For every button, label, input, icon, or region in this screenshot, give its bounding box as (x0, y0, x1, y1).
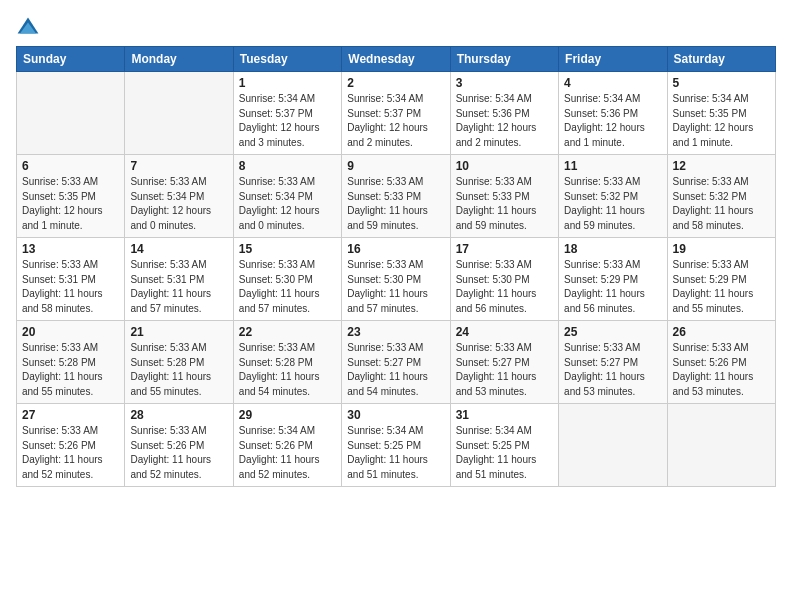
calendar-cell: 14Sunrise: 5:33 AM Sunset: 5:31 PM Dayli… (125, 238, 233, 321)
day-number: 1 (239, 76, 336, 90)
calendar-cell: 15Sunrise: 5:33 AM Sunset: 5:30 PM Dayli… (233, 238, 341, 321)
calendar-cell: 8Sunrise: 5:33 AM Sunset: 5:34 PM Daylig… (233, 155, 341, 238)
day-info: Sunrise: 5:33 AM Sunset: 5:27 PM Dayligh… (564, 341, 661, 399)
calendar-week-row: 27Sunrise: 5:33 AM Sunset: 5:26 PM Dayli… (17, 404, 776, 487)
calendar-cell: 27Sunrise: 5:33 AM Sunset: 5:26 PM Dayli… (17, 404, 125, 487)
day-info: Sunrise: 5:34 AM Sunset: 5:26 PM Dayligh… (239, 424, 336, 482)
calendar-cell: 21Sunrise: 5:33 AM Sunset: 5:28 PM Dayli… (125, 321, 233, 404)
calendar-cell: 9Sunrise: 5:33 AM Sunset: 5:33 PM Daylig… (342, 155, 450, 238)
day-info: Sunrise: 5:33 AM Sunset: 5:27 PM Dayligh… (456, 341, 553, 399)
day-info: Sunrise: 5:34 AM Sunset: 5:37 PM Dayligh… (239, 92, 336, 150)
day-info: Sunrise: 5:33 AM Sunset: 5:30 PM Dayligh… (456, 258, 553, 316)
day-info: Sunrise: 5:33 AM Sunset: 5:28 PM Dayligh… (22, 341, 119, 399)
calendar-cell: 26Sunrise: 5:33 AM Sunset: 5:26 PM Dayli… (667, 321, 775, 404)
calendar-cell (17, 72, 125, 155)
day-info: Sunrise: 5:34 AM Sunset: 5:37 PM Dayligh… (347, 92, 444, 150)
day-info: Sunrise: 5:34 AM Sunset: 5:25 PM Dayligh… (456, 424, 553, 482)
day-info: Sunrise: 5:34 AM Sunset: 5:36 PM Dayligh… (456, 92, 553, 150)
calendar-cell: 22Sunrise: 5:33 AM Sunset: 5:28 PM Dayli… (233, 321, 341, 404)
calendar-cell: 19Sunrise: 5:33 AM Sunset: 5:29 PM Dayli… (667, 238, 775, 321)
weekday-header: Saturday (667, 47, 775, 72)
day-number: 19 (673, 242, 770, 256)
calendar-week-row: 13Sunrise: 5:33 AM Sunset: 5:31 PM Dayli… (17, 238, 776, 321)
day-number: 7 (130, 159, 227, 173)
logo (16, 16, 44, 40)
day-number: 24 (456, 325, 553, 339)
calendar-cell: 13Sunrise: 5:33 AM Sunset: 5:31 PM Dayli… (17, 238, 125, 321)
calendar-cell: 4Sunrise: 5:34 AM Sunset: 5:36 PM Daylig… (559, 72, 667, 155)
calendar-cell: 17Sunrise: 5:33 AM Sunset: 5:30 PM Dayli… (450, 238, 558, 321)
day-number: 6 (22, 159, 119, 173)
day-number: 17 (456, 242, 553, 256)
day-info: Sunrise: 5:33 AM Sunset: 5:31 PM Dayligh… (22, 258, 119, 316)
day-number: 13 (22, 242, 119, 256)
day-number: 20 (22, 325, 119, 339)
weekday-header: Monday (125, 47, 233, 72)
day-number: 16 (347, 242, 444, 256)
day-number: 9 (347, 159, 444, 173)
day-number: 11 (564, 159, 661, 173)
day-info: Sunrise: 5:34 AM Sunset: 5:35 PM Dayligh… (673, 92, 770, 150)
calendar-cell: 11Sunrise: 5:33 AM Sunset: 5:32 PM Dayli… (559, 155, 667, 238)
day-number: 21 (130, 325, 227, 339)
calendar-cell: 1Sunrise: 5:34 AM Sunset: 5:37 PM Daylig… (233, 72, 341, 155)
calendar-week-row: 6Sunrise: 5:33 AM Sunset: 5:35 PM Daylig… (17, 155, 776, 238)
day-number: 29 (239, 408, 336, 422)
day-number: 8 (239, 159, 336, 173)
day-info: Sunrise: 5:33 AM Sunset: 5:33 PM Dayligh… (347, 175, 444, 233)
day-number: 12 (673, 159, 770, 173)
day-number: 3 (456, 76, 553, 90)
calendar-cell (125, 72, 233, 155)
weekday-header-row: SundayMondayTuesdayWednesdayThursdayFrid… (17, 47, 776, 72)
calendar-cell: 25Sunrise: 5:33 AM Sunset: 5:27 PM Dayli… (559, 321, 667, 404)
calendar-cell: 12Sunrise: 5:33 AM Sunset: 5:32 PM Dayli… (667, 155, 775, 238)
day-info: Sunrise: 5:34 AM Sunset: 5:25 PM Dayligh… (347, 424, 444, 482)
day-number: 26 (673, 325, 770, 339)
weekday-header: Tuesday (233, 47, 341, 72)
calendar-cell: 7Sunrise: 5:33 AM Sunset: 5:34 PM Daylig… (125, 155, 233, 238)
day-info: Sunrise: 5:33 AM Sunset: 5:33 PM Dayligh… (456, 175, 553, 233)
calendar-cell: 2Sunrise: 5:34 AM Sunset: 5:37 PM Daylig… (342, 72, 450, 155)
day-info: Sunrise: 5:33 AM Sunset: 5:28 PM Dayligh… (239, 341, 336, 399)
calendar-cell: 20Sunrise: 5:33 AM Sunset: 5:28 PM Dayli… (17, 321, 125, 404)
day-number: 10 (456, 159, 553, 173)
day-number: 28 (130, 408, 227, 422)
calendar-cell: 31Sunrise: 5:34 AM Sunset: 5:25 PM Dayli… (450, 404, 558, 487)
weekday-header: Sunday (17, 47, 125, 72)
calendar-week-row: 1Sunrise: 5:34 AM Sunset: 5:37 PM Daylig… (17, 72, 776, 155)
page-header (16, 16, 776, 40)
day-info: Sunrise: 5:33 AM Sunset: 5:31 PM Dayligh… (130, 258, 227, 316)
calendar-cell: 23Sunrise: 5:33 AM Sunset: 5:27 PM Dayli… (342, 321, 450, 404)
calendar-cell: 10Sunrise: 5:33 AM Sunset: 5:33 PM Dayli… (450, 155, 558, 238)
day-info: Sunrise: 5:33 AM Sunset: 5:35 PM Dayligh… (22, 175, 119, 233)
calendar-table: SundayMondayTuesdayWednesdayThursdayFrid… (16, 46, 776, 487)
day-info: Sunrise: 5:33 AM Sunset: 5:32 PM Dayligh… (564, 175, 661, 233)
day-info: Sunrise: 5:33 AM Sunset: 5:34 PM Dayligh… (130, 175, 227, 233)
day-number: 30 (347, 408, 444, 422)
calendar-cell: 16Sunrise: 5:33 AM Sunset: 5:30 PM Dayli… (342, 238, 450, 321)
weekday-header: Thursday (450, 47, 558, 72)
day-info: Sunrise: 5:33 AM Sunset: 5:26 PM Dayligh… (673, 341, 770, 399)
calendar-cell (667, 404, 775, 487)
calendar-cell: 29Sunrise: 5:34 AM Sunset: 5:26 PM Dayli… (233, 404, 341, 487)
day-info: Sunrise: 5:34 AM Sunset: 5:36 PM Dayligh… (564, 92, 661, 150)
day-number: 15 (239, 242, 336, 256)
calendar-cell: 3Sunrise: 5:34 AM Sunset: 5:36 PM Daylig… (450, 72, 558, 155)
day-number: 4 (564, 76, 661, 90)
day-number: 22 (239, 325, 336, 339)
day-number: 2 (347, 76, 444, 90)
day-info: Sunrise: 5:33 AM Sunset: 5:28 PM Dayligh… (130, 341, 227, 399)
day-info: Sunrise: 5:33 AM Sunset: 5:30 PM Dayligh… (239, 258, 336, 316)
day-number: 23 (347, 325, 444, 339)
day-info: Sunrise: 5:33 AM Sunset: 5:26 PM Dayligh… (130, 424, 227, 482)
day-number: 18 (564, 242, 661, 256)
day-number: 5 (673, 76, 770, 90)
calendar-cell: 30Sunrise: 5:34 AM Sunset: 5:25 PM Dayli… (342, 404, 450, 487)
weekday-header: Wednesday (342, 47, 450, 72)
day-number: 25 (564, 325, 661, 339)
day-info: Sunrise: 5:33 AM Sunset: 5:29 PM Dayligh… (673, 258, 770, 316)
calendar-cell: 6Sunrise: 5:33 AM Sunset: 5:35 PM Daylig… (17, 155, 125, 238)
day-info: Sunrise: 5:33 AM Sunset: 5:32 PM Dayligh… (673, 175, 770, 233)
calendar-cell (559, 404, 667, 487)
day-info: Sunrise: 5:33 AM Sunset: 5:27 PM Dayligh… (347, 341, 444, 399)
